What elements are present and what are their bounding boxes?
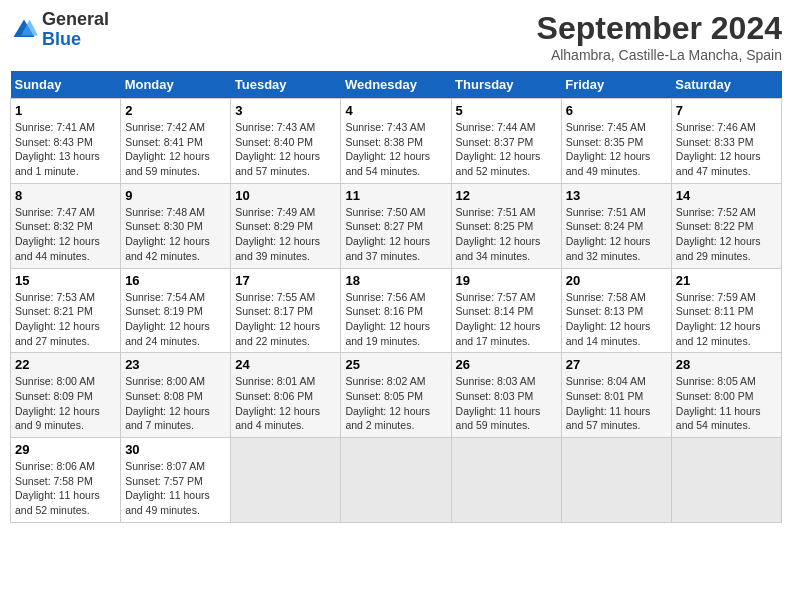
location-subtitle: Alhambra, Castille-La Mancha, Spain	[537, 47, 782, 63]
calendar-week-row: 29Sunrise: 8:06 AMSunset: 7:58 PMDayligh…	[11, 438, 782, 523]
calendar-cell: 18Sunrise: 7:56 AMSunset: 8:16 PMDayligh…	[341, 268, 451, 353]
day-info: Sunrise: 7:54 AMSunset: 8:19 PMDaylight:…	[125, 290, 226, 349]
day-number: 19	[456, 273, 557, 288]
day-info: Sunrise: 7:52 AMSunset: 8:22 PMDaylight:…	[676, 205, 777, 264]
calendar-table: SundayMondayTuesdayWednesdayThursdayFrid…	[10, 71, 782, 523]
calendar-cell: 12Sunrise: 7:51 AMSunset: 8:25 PMDayligh…	[451, 183, 561, 268]
page-header: General Blue September 2024 Alhambra, Ca…	[10, 10, 782, 63]
day-number: 23	[125, 357, 226, 372]
day-number: 1	[15, 103, 116, 118]
day-info: Sunrise: 7:51 AMSunset: 8:24 PMDaylight:…	[566, 205, 667, 264]
logo: General Blue	[10, 10, 109, 50]
calendar-cell: 8Sunrise: 7:47 AMSunset: 8:32 PMDaylight…	[11, 183, 121, 268]
header-wednesday: Wednesday	[341, 71, 451, 99]
calendar-cell: 6Sunrise: 7:45 AMSunset: 8:35 PMDaylight…	[561, 99, 671, 184]
day-info: Sunrise: 7:55 AMSunset: 8:17 PMDaylight:…	[235, 290, 336, 349]
day-info: Sunrise: 7:43 AMSunset: 8:38 PMDaylight:…	[345, 120, 446, 179]
header-friday: Friday	[561, 71, 671, 99]
calendar-cell: 23Sunrise: 8:00 AMSunset: 8:08 PMDayligh…	[121, 353, 231, 438]
calendar-cell: 28Sunrise: 8:05 AMSunset: 8:00 PMDayligh…	[671, 353, 781, 438]
calendar-cell: 7Sunrise: 7:46 AMSunset: 8:33 PMDaylight…	[671, 99, 781, 184]
month-title: September 2024	[537, 10, 782, 47]
header-thursday: Thursday	[451, 71, 561, 99]
calendar-cell: 5Sunrise: 7:44 AMSunset: 8:37 PMDaylight…	[451, 99, 561, 184]
calendar-cell: 16Sunrise: 7:54 AMSunset: 8:19 PMDayligh…	[121, 268, 231, 353]
calendar-cell: 24Sunrise: 8:01 AMSunset: 8:06 PMDayligh…	[231, 353, 341, 438]
day-info: Sunrise: 8:01 AMSunset: 8:06 PMDaylight:…	[235, 374, 336, 433]
calendar-cell: 2Sunrise: 7:42 AMSunset: 8:41 PMDaylight…	[121, 99, 231, 184]
calendar-cell	[341, 438, 451, 523]
header-saturday: Saturday	[671, 71, 781, 99]
day-info: Sunrise: 7:57 AMSunset: 8:14 PMDaylight:…	[456, 290, 557, 349]
calendar-cell: 3Sunrise: 7:43 AMSunset: 8:40 PMDaylight…	[231, 99, 341, 184]
day-number: 18	[345, 273, 446, 288]
calendar-cell: 30Sunrise: 8:07 AMSunset: 7:57 PMDayligh…	[121, 438, 231, 523]
day-number: 3	[235, 103, 336, 118]
day-info: Sunrise: 8:02 AMSunset: 8:05 PMDaylight:…	[345, 374, 446, 433]
day-info: Sunrise: 7:44 AMSunset: 8:37 PMDaylight:…	[456, 120, 557, 179]
calendar-cell: 17Sunrise: 7:55 AMSunset: 8:17 PMDayligh…	[231, 268, 341, 353]
calendar-cell: 15Sunrise: 7:53 AMSunset: 8:21 PMDayligh…	[11, 268, 121, 353]
calendar-cell: 4Sunrise: 7:43 AMSunset: 8:38 PMDaylight…	[341, 99, 451, 184]
day-number: 17	[235, 273, 336, 288]
day-info: Sunrise: 7:48 AMSunset: 8:30 PMDaylight:…	[125, 205, 226, 264]
day-number: 10	[235, 188, 336, 203]
day-number: 16	[125, 273, 226, 288]
day-info: Sunrise: 7:58 AMSunset: 8:13 PMDaylight:…	[566, 290, 667, 349]
logo-text: General Blue	[42, 10, 109, 50]
calendar-cell: 29Sunrise: 8:06 AMSunset: 7:58 PMDayligh…	[11, 438, 121, 523]
calendar-week-row: 1Sunrise: 7:41 AMSunset: 8:43 PMDaylight…	[11, 99, 782, 184]
day-number: 2	[125, 103, 226, 118]
day-number: 20	[566, 273, 667, 288]
calendar-cell	[671, 438, 781, 523]
header-tuesday: Tuesday	[231, 71, 341, 99]
calendar-cell: 13Sunrise: 7:51 AMSunset: 8:24 PMDayligh…	[561, 183, 671, 268]
day-info: Sunrise: 7:53 AMSunset: 8:21 PMDaylight:…	[15, 290, 116, 349]
calendar-header-row: SundayMondayTuesdayWednesdayThursdayFrid…	[11, 71, 782, 99]
day-number: 9	[125, 188, 226, 203]
day-info: Sunrise: 8:07 AMSunset: 7:57 PMDaylight:…	[125, 459, 226, 518]
day-info: Sunrise: 7:41 AMSunset: 8:43 PMDaylight:…	[15, 120, 116, 179]
day-info: Sunrise: 8:05 AMSunset: 8:00 PMDaylight:…	[676, 374, 777, 433]
day-number: 26	[456, 357, 557, 372]
calendar-cell: 1Sunrise: 7:41 AMSunset: 8:43 PMDaylight…	[11, 99, 121, 184]
header-monday: Monday	[121, 71, 231, 99]
calendar-cell: 20Sunrise: 7:58 AMSunset: 8:13 PMDayligh…	[561, 268, 671, 353]
day-number: 13	[566, 188, 667, 203]
day-number: 27	[566, 357, 667, 372]
day-number: 24	[235, 357, 336, 372]
day-number: 8	[15, 188, 116, 203]
calendar-cell: 25Sunrise: 8:02 AMSunset: 8:05 PMDayligh…	[341, 353, 451, 438]
calendar-cell: 26Sunrise: 8:03 AMSunset: 8:03 PMDayligh…	[451, 353, 561, 438]
day-info: Sunrise: 7:59 AMSunset: 8:11 PMDaylight:…	[676, 290, 777, 349]
day-number: 7	[676, 103, 777, 118]
day-number: 21	[676, 273, 777, 288]
calendar-cell: 11Sunrise: 7:50 AMSunset: 8:27 PMDayligh…	[341, 183, 451, 268]
header-sunday: Sunday	[11, 71, 121, 99]
day-info: Sunrise: 7:50 AMSunset: 8:27 PMDaylight:…	[345, 205, 446, 264]
calendar-week-row: 22Sunrise: 8:00 AMSunset: 8:09 PMDayligh…	[11, 353, 782, 438]
calendar-cell: 9Sunrise: 7:48 AMSunset: 8:30 PMDaylight…	[121, 183, 231, 268]
day-info: Sunrise: 8:00 AMSunset: 8:09 PMDaylight:…	[15, 374, 116, 433]
day-info: Sunrise: 8:06 AMSunset: 7:58 PMDaylight:…	[15, 459, 116, 518]
calendar-week-row: 15Sunrise: 7:53 AMSunset: 8:21 PMDayligh…	[11, 268, 782, 353]
day-info: Sunrise: 7:42 AMSunset: 8:41 PMDaylight:…	[125, 120, 226, 179]
calendar-cell: 10Sunrise: 7:49 AMSunset: 8:29 PMDayligh…	[231, 183, 341, 268]
day-number: 6	[566, 103, 667, 118]
day-number: 12	[456, 188, 557, 203]
logo-icon	[10, 16, 38, 44]
day-number: 11	[345, 188, 446, 203]
day-number: 29	[15, 442, 116, 457]
day-number: 14	[676, 188, 777, 203]
day-info: Sunrise: 8:00 AMSunset: 8:08 PMDaylight:…	[125, 374, 226, 433]
day-info: Sunrise: 7:51 AMSunset: 8:25 PMDaylight:…	[456, 205, 557, 264]
day-info: Sunrise: 7:46 AMSunset: 8:33 PMDaylight:…	[676, 120, 777, 179]
day-number: 15	[15, 273, 116, 288]
day-info: Sunrise: 8:04 AMSunset: 8:01 PMDaylight:…	[566, 374, 667, 433]
calendar-week-row: 8Sunrise: 7:47 AMSunset: 8:32 PMDaylight…	[11, 183, 782, 268]
calendar-cell: 21Sunrise: 7:59 AMSunset: 8:11 PMDayligh…	[671, 268, 781, 353]
day-info: Sunrise: 7:47 AMSunset: 8:32 PMDaylight:…	[15, 205, 116, 264]
calendar-cell	[451, 438, 561, 523]
day-number: 5	[456, 103, 557, 118]
calendar-cell: 22Sunrise: 8:00 AMSunset: 8:09 PMDayligh…	[11, 353, 121, 438]
